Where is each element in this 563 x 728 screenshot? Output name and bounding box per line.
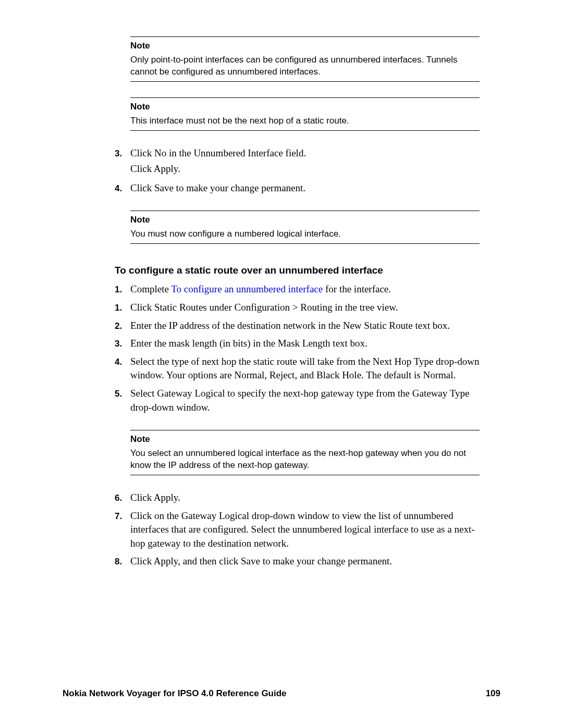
step-text: Click Apply, and then click Save to make…	[130, 554, 480, 569]
step-number: 4.	[115, 356, 130, 368]
note-block: Note Only point-to-point interfaces can …	[130, 36, 480, 82]
note-label: Note	[130, 434, 480, 446]
step-item: 4. Click Save to make your change perman…	[130, 181, 480, 195]
step-number: 2.	[115, 320, 130, 332]
step-item: 4. Select the type of next hop the stati…	[130, 355, 480, 382]
note-label: Note	[130, 40, 480, 52]
steps-list-top: 3. Click No in the Unnumbered Interface …	[130, 146, 480, 195]
step-number: 3.	[115, 147, 130, 160]
step-item: 7. Click on the Gateway Logical drop-dow…	[130, 509, 480, 551]
step-number: 1.	[115, 283, 130, 296]
footer-page-number: 109	[486, 688, 500, 699]
note-text: Only point-to-point interfaces can be co…	[130, 55, 457, 77]
step-item: 3. Enter the mask length (in bits) in th…	[130, 337, 480, 351]
note-label: Note	[130, 214, 480, 226]
step-item: 3. Click No in the Unnumbered Interface …	[130, 146, 480, 176]
step-text: Click Static Routes under Configuration …	[130, 301, 480, 315]
document-page: Note Only point-to-point interfaces can …	[0, 0, 563, 728]
step-item: 5. Select Gateway Logical to specify the…	[130, 387, 480, 414]
step-item: 2. Enter the IP address of the destinati…	[130, 319, 480, 333]
note-block: Note This interface must not be the next…	[130, 97, 480, 131]
step-text: Complete To configure an unnumbered inte…	[130, 282, 480, 297]
step-text: Select Gateway Logical to specify the ne…	[130, 387, 480, 414]
step-number: 5.	[115, 388, 130, 400]
step-number: 8.	[115, 556, 130, 568]
step-text: Click on the Gateway Logical drop-down w…	[130, 509, 480, 551]
step-subtext: Click Apply.	[130, 162, 480, 176]
step-number: 4.	[115, 182, 130, 195]
step-item: 1. Click Static Routes under Configurati…	[130, 301, 480, 315]
section-heading: To configure a static route over an unnu…	[115, 265, 480, 276]
step-text: Click Save to make your change permanent…	[130, 181, 480, 195]
cross-reference-link[interactable]: To configure an unnumbered interface	[171, 283, 323, 294]
step-text: Click Apply.	[130, 491, 480, 505]
note-block: Note You must now configure a numbered l…	[130, 211, 480, 244]
step-suffix: for the interface.	[323, 283, 391, 294]
note-text: You select an unnumbered logical interfa…	[130, 448, 466, 470]
note-text: You must now configure a numbered logica…	[130, 229, 341, 239]
footer-title: Nokia Network Voyager for IPSO 4.0 Refer…	[63, 688, 287, 699]
step-prefix: Complete	[130, 283, 171, 294]
step-item: 1. Complete To configure an unnumbered i…	[130, 282, 480, 297]
step-item: 8. Click Apply, and then click Save to m…	[130, 554, 480, 569]
page-footer: Nokia Network Voyager for IPSO 4.0 Refer…	[63, 688, 500, 699]
content-area: Note Only point-to-point interfaces can …	[130, 36, 480, 569]
steps-list-main: 1. Complete To configure an unnumbered i…	[130, 282, 480, 414]
note-block: Note You select an unnumbered logical in…	[130, 430, 480, 475]
step-text: Enter the IP address of the destination …	[130, 319, 480, 333]
note-label: Note	[130, 101, 480, 113]
steps-list-continued: 6. Click Apply. 7. Click on the Gateway …	[130, 491, 480, 569]
note-text: This interface must not be the next hop …	[130, 116, 349, 126]
step-item: 6. Click Apply.	[130, 491, 480, 505]
step-text: Click No in the Unnumbered Interface fie…	[130, 146, 480, 161]
step-number: 1.	[115, 302, 130, 314]
step-number: 3.	[115, 338, 130, 350]
step-text: Select the type of next hop the static r…	[130, 355, 480, 382]
step-number: 7.	[115, 510, 130, 523]
step-text: Enter the mask length (in bits) in the M…	[130, 337, 480, 351]
step-number: 6.	[115, 492, 130, 504]
